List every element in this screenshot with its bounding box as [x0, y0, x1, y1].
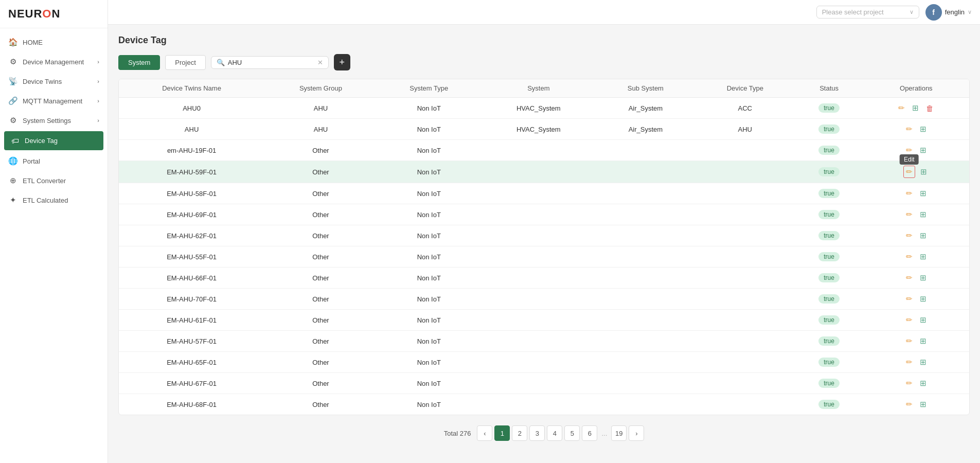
copy-button[interactable]: ⊞ — [918, 166, 929, 177]
edit-tooltip: Edit — [900, 154, 919, 165]
copy-button[interactable]: ⊞ — [918, 314, 929, 326]
edit-button[interactable]: ✏ — [904, 123, 915, 135]
copy-button[interactable]: ⊞ — [910, 102, 921, 114]
sidebar-label-etl-calculated: ETL Calculated — [23, 197, 99, 204]
cell-0: EM-AHU-69F-01 — [119, 204, 264, 225]
page-button-4[interactable]: 4 — [547, 425, 562, 441]
status-cell: true — [795, 183, 863, 204]
sidebar-item-home[interactable]: 🏠 HOME — [0, 32, 108, 52]
search-clear-icon[interactable]: ✕ — [317, 59, 323, 66]
copy-button[interactable]: ⊞ — [918, 378, 929, 389]
add-button[interactable]: + — [334, 54, 350, 70]
user-info[interactable]: f fenglin ∨ — [925, 4, 972, 21]
search-box: 🔍 ✕ — [211, 56, 329, 69]
search-input[interactable] — [228, 59, 314, 66]
edit-button[interactable]: ✏ — [904, 188, 915, 199]
sidebar-item-etl-calculated[interactable]: ✦ ETL Calculated — [0, 190, 108, 210]
prev-page-button[interactable]: ‹ — [477, 425, 492, 441]
edit-button[interactable]: ✏ — [903, 166, 915, 178]
tab-project[interactable]: Project — [165, 55, 205, 70]
edit-button[interactable]: ✏ — [904, 399, 915, 410]
table-row: EM-AHU-69F-01OtherNon IoTtrue ✏ ⊞ — [119, 204, 969, 225]
page-button-2[interactable]: 2 — [512, 425, 527, 441]
logo-text: NEURON — [8, 7, 99, 21]
edit-button[interactable]: ✏ — [904, 378, 915, 389]
last-page-button[interactable]: 19 — [611, 425, 627, 441]
page-button-3[interactable]: 3 — [529, 425, 545, 441]
cell-4 — [596, 268, 695, 289]
cell-3: HVAC_System — [481, 119, 596, 140]
sidebar-item-system-settings[interactable]: ⚙ System Settings › — [0, 111, 108, 130]
status-badge: true — [818, 358, 840, 367]
copy-button[interactable]: ⊞ — [918, 272, 929, 283]
edit-button[interactable]: ✏ — [904, 230, 915, 241]
cell-1: Other — [264, 268, 377, 289]
cell-4 — [596, 225, 695, 246]
next-page-button[interactable]: › — [629, 425, 644, 441]
operations-cell: ✏ ⊞ — [863, 331, 969, 352]
edit-button[interactable]: ✏ — [904, 251, 915, 262]
edit-button[interactable]: ✏ — [904, 314, 915, 326]
cell-1: Other — [264, 289, 377, 310]
sidebar-item-etl-converter[interactable]: ⊕ ETL Converter — [0, 171, 108, 190]
toolbar: System Project 🔍 ✕ + — [118, 54, 970, 70]
copy-button[interactable]: ⊞ — [918, 293, 929, 305]
copy-button[interactable]: ⊞ — [918, 209, 929, 220]
copy-button[interactable]: ⊞ — [918, 123, 929, 135]
cell-1: Other — [264, 246, 377, 268]
chevron-icon: › — [97, 117, 99, 123]
cell-1: Other — [264, 204, 377, 225]
sidebar-item-portal[interactable]: 🌐 Portal — [0, 151, 108, 171]
copy-button[interactable]: ⊞ — [918, 188, 929, 199]
device-management-icon: ⚙ — [8, 57, 17, 66]
copy-button[interactable]: ⊞ — [918, 335, 929, 347]
sidebar-label-etl-converter: ETL Converter — [23, 177, 99, 185]
edit-button[interactable]: ✏ — [904, 357, 915, 368]
sidebar: NEURON 🏠 HOME ⚙ Device Management › 📡 De… — [0, 0, 108, 463]
copy-button[interactable]: ⊞ — [918, 399, 929, 410]
cell-4 — [596, 331, 695, 352]
col-status: Status — [795, 79, 863, 98]
portal-icon: 🌐 — [8, 156, 17, 166]
sidebar-item-device-tag[interactable]: 🏷 Device Tag — [4, 131, 103, 150]
status-cell: true — [795, 289, 863, 310]
cell-0: EM-AHU-61F-01 — [119, 310, 264, 331]
status-cell: true — [795, 331, 863, 352]
cell-2: Non IoT — [377, 98, 481, 119]
sidebar-label-device-tag: Device Tag — [25, 137, 97, 145]
status-cell: true — [795, 373, 863, 394]
sidebar-item-device-management[interactable]: ⚙ Device Management › — [0, 52, 108, 72]
copy-button[interactable]: ⊞ — [918, 145, 929, 156]
edit-button[interactable]: ✏ — [904, 293, 915, 305]
edit-button[interactable]: ✏ — [904, 335, 915, 347]
edit-button[interactable]: ✏ — [904, 209, 915, 220]
table-row: EM-AHU-70F-01OtherNon IoTtrue ✏ ⊞ — [119, 289, 969, 310]
page-button-6[interactable]: 6 — [582, 425, 597, 441]
sidebar-item-device-twins[interactable]: 📡 Device Twins › — [0, 72, 108, 91]
copy-button[interactable]: ⊞ — [918, 230, 929, 241]
status-cell: true — [795, 140, 863, 161]
cell-0: EM-AHU-68F-01 — [119, 394, 264, 415]
copy-button[interactable]: ⊞ — [918, 251, 929, 262]
page-button-5[interactable]: 5 — [564, 425, 580, 441]
project-select[interactable]: Please select project ∨ — [816, 6, 919, 19]
cell-5 — [695, 289, 795, 310]
col-sub-system: Sub System — [596, 79, 695, 98]
cell-5: AHU — [695, 119, 795, 140]
table-body: AHU0AHUNon IoTHVAC_SystemAir_SystemACCtr… — [119, 98, 969, 415]
device-twins-icon: 📡 — [8, 77, 17, 86]
cell-5 — [695, 310, 795, 331]
edit-button[interactable]: ✏ — [896, 102, 907, 114]
delete-button[interactable]: 🗑 — [924, 103, 936, 114]
cell-0: EM-AHU-67F-01 — [119, 373, 264, 394]
sidebar-item-mqtt-management[interactable]: 🔗 MQTT Management › — [0, 91, 108, 111]
table-row: EM-AHU-66F-01OtherNon IoTtrue ✏ ⊞ — [119, 268, 969, 289]
copy-button[interactable]: ⊞ — [918, 357, 929, 368]
status-badge: true — [818, 336, 840, 346]
tab-system[interactable]: System — [118, 55, 160, 70]
pagination-dots: ... — [599, 430, 609, 437]
table-row: AHUAHUNon IoTHVAC_SystemAir_SystemAHUtru… — [119, 119, 969, 140]
edit-button[interactable]: ✏ — [904, 272, 915, 283]
page-button-1[interactable]: 1 — [494, 425, 510, 441]
logo-highlight: O — [42, 7, 51, 20]
